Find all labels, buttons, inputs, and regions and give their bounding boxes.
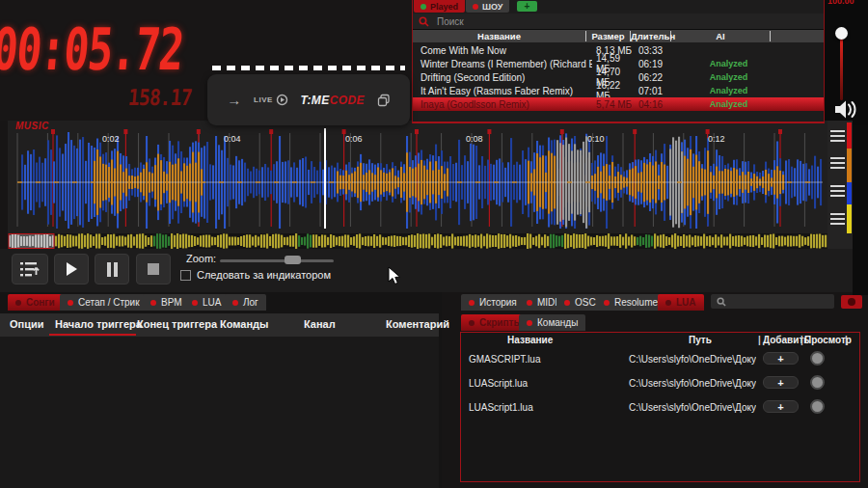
cue-panel: Сонги Сетап / Стрик BPM LUA Лог Опции На… [0, 292, 442, 488]
green-dot-icon [420, 4, 426, 10]
right-gutter [853, 125, 868, 295]
add-playlist-button[interactable]: + [517, 1, 537, 12]
column-script-name[interactable]: Название [507, 335, 553, 345]
follow-indicator-checkbox[interactable] [180, 270, 191, 281]
bpm-readout: 158.17 [91, 85, 193, 110]
tracklist-button[interactable] [12, 254, 48, 285]
playlist-search-input[interactable] [435, 15, 728, 28]
add-script-button[interactable]: + [763, 400, 799, 413]
record-dot-icon [848, 298, 855, 306]
volume-slider-knob[interactable] [835, 27, 848, 40]
drag-handle-icon[interactable] [830, 185, 845, 197]
layer-color-blue [847, 182, 852, 204]
tab-songs[interactable]: Сонги [8, 294, 63, 311]
layer-color-red [847, 122, 852, 149]
svg-text:0:12: 0:12 [708, 134, 725, 144]
volume-level-label: 100.00 [827, 0, 854, 6]
track-row[interactable]: It Ain't Easy (Rasmus Faber Remix) 16,22… [413, 84, 824, 97]
layer-color-yellow [847, 204, 852, 233]
cue-table-body[interactable] [0, 337, 439, 488]
integration-panel: История MIDI OSC Resolume LUA Скрипты Ко… [444, 292, 868, 488]
search-icon [419, 16, 429, 27]
transport-bar: Zoom: Следовать за индикатором [0, 249, 853, 292]
live-button[interactable]: LIVE [254, 94, 288, 106]
script-row[interactable]: LUAScript1.lua C:\Users\slyfo\OneDrive\Д… [461, 397, 859, 419]
svg-text:0:06: 0:06 [345, 134, 363, 144]
playlist-search [413, 14, 824, 30]
sort-underline [49, 334, 136, 336]
pause-button[interactable] [95, 254, 129, 285]
tab-setup-stream[interactable]: Сетап / Стрик [60, 294, 148, 311]
play-button[interactable] [54, 254, 89, 285]
tab-lua-integration[interactable]: LUA [658, 294, 704, 311]
tab-history[interactable]: История [461, 294, 525, 311]
volume-sidebar: 100.00 [825, 0, 868, 125]
drag-handle-icon[interactable] [830, 130, 845, 142]
scripts-table: Название Путь | Добавить | Просмотр | GM… [460, 332, 860, 482]
search-icon [717, 297, 726, 307]
playlist-window: Played ШОУ + Название Размер Длительн AI… [412, 0, 825, 123]
script-row[interactable]: LUAScript.lua C:\Users\slyfo\OneDrive\До… [461, 373, 859, 394]
column-options[interactable]: Опции [10, 318, 44, 330]
playlist-header: Название Размер Длительн AI [413, 30, 824, 42]
tab-bpm[interactable]: BPM [143, 294, 190, 311]
stop-button[interactable] [136, 254, 171, 285]
tab-log[interactable]: Лог [225, 294, 266, 311]
timecode-clock: 00:05.72 [0, 15, 186, 83]
speaker-icon[interactable] [833, 99, 858, 120]
add-script-button[interactable]: + [763, 376, 799, 389]
column-trigger-start[interactable]: Начало триггера [55, 318, 142, 330]
red-dot-icon [469, 300, 475, 306]
zoom-label: Zoom: [186, 253, 216, 264]
zoom-slider-thumb[interactable] [285, 256, 301, 264]
arrow-right-icon[interactable]: → [227, 93, 241, 107]
view-script-button[interactable] [810, 399, 825, 414]
showcontrol-app: 00:05.72 158.17 → LIVE T:MECODE Played Ш… [0, 0, 868, 488]
tab-resolume[interactable]: Resolume [596, 294, 665, 311]
view-script-button[interactable] [810, 351, 825, 366]
follow-indicator-label: Следовать за индикатором [197, 269, 331, 281]
volume-slider-track[interactable] [840, 39, 843, 100]
scripts-search-input[interactable] [730, 295, 830, 308]
layer-color-orange [847, 149, 852, 182]
track-row-selected[interactable]: Inaya (Goodlsson Remix) 5,74 МБ 04:16 An… [413, 97, 824, 111]
add-script-button[interactable]: + [763, 352, 799, 365]
stop-icon [148, 263, 159, 275]
scripts-table-header: Название Путь | Добавить | Просмотр | [461, 335, 859, 347]
red-dot-icon [604, 300, 610, 306]
column-size[interactable]: Размер [586, 31, 631, 41]
view-script-button[interactable] [810, 375, 825, 390]
playlist-tab-show[interactable]: ШОУ [466, 0, 509, 13]
red-dot-icon [150, 300, 156, 306]
column-duration[interactable]: Длительн [631, 31, 671, 41]
column-script-path[interactable]: Путь [689, 335, 712, 345]
svg-text:0:02: 0:02 [102, 134, 120, 144]
svg-text:0:08: 0:08 [466, 134, 483, 144]
column-comment[interactable]: Коментарий [386, 318, 449, 330]
svg-text:0:10: 0:10 [587, 134, 605, 144]
red-dot-icon [473, 4, 478, 10]
script-row[interactable]: GMASCRIPT.lua C:\Users\slyfo\OneDrive\До… [461, 349, 859, 370]
tracklist-icon [19, 259, 41, 279]
red-dot-icon [527, 320, 532, 326]
tab-lua[interactable]: LUA [184, 294, 229, 311]
playlist-tab-played[interactable]: Played [414, 0, 465, 13]
zoom-slider-track[interactable] [220, 259, 334, 262]
drag-handle-icon[interactable] [830, 213, 845, 225]
column-channel[interactable]: Канал [304, 318, 336, 330]
subtab-commands[interactable]: Команды [519, 314, 585, 331]
column-name[interactable]: Название [413, 31, 586, 41]
red-dot-icon [527, 300, 532, 306]
header-separator: | [758, 335, 761, 345]
red-dot-icon [665, 300, 671, 306]
scripts-action-button[interactable] [841, 295, 862, 309]
red-dot-icon [68, 300, 73, 306]
column-ai[interactable]: AI [671, 31, 771, 41]
copy-icon[interactable] [377, 94, 391, 107]
column-trigger-end[interactable]: Конец триггера [137, 318, 217, 330]
waveform-minimap[interactable] [8, 233, 827, 249]
drag-handle-icon[interactable] [830, 157, 845, 169]
waveform-canvas[interactable]: 0:020:040:060:080:100:12 [8, 128, 827, 229]
play-icon [64, 261, 79, 277]
column-commands[interactable]: Команды [220, 318, 268, 330]
